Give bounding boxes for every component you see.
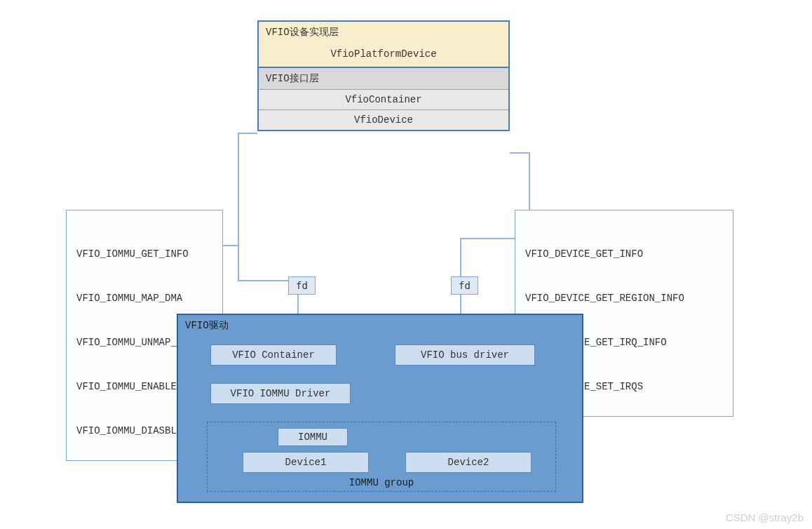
vfio-interface-item-container: VfioContainer xyxy=(259,90,508,110)
device1-box: Device1 xyxy=(243,452,369,473)
vfio-device-impl-layer: VFIO设备实现层 VfioPlatformDevice xyxy=(259,22,508,68)
fd-label-device: fd xyxy=(451,276,478,295)
device2-box: Device2 xyxy=(405,452,532,473)
iommu-box: IOMMU xyxy=(278,428,348,446)
watermark: CSDN @stray2b xyxy=(726,511,804,523)
fd-label-container: fd xyxy=(288,276,316,295)
vfio-device-impl-title: VFIO设备实现层 xyxy=(259,22,508,43)
vfio-interface-item-device: VfioDevice xyxy=(259,110,508,130)
vfio-interface-title: VFIO接口层 xyxy=(259,68,508,90)
vfio-container-box: VFIO Container xyxy=(210,344,337,366)
vfio-device-impl-item: VfioPlatformDevice xyxy=(259,43,508,67)
api-item: VFIO_DEVICE_GET_INFO xyxy=(525,247,723,262)
vfio-driver-title: VFIO驱动 xyxy=(178,315,582,336)
iommu-group-label: IOMMU group xyxy=(208,477,555,488)
vfio-bus-driver-box: VFIO bus driver xyxy=(395,344,535,366)
vfio-interface-layer: VFIO接口层 VfioContainer VfioDevice xyxy=(259,68,508,130)
api-item: VFIO_IOMMU_GET_INFO xyxy=(76,247,212,262)
api-item: VFIO_DEVICE_GET_REGION_INFO xyxy=(525,291,723,306)
api-item: VFIO_IOMMU_MAP_DMA xyxy=(76,291,212,306)
vfio-iommu-driver-box: VFIO IOMMU Driver xyxy=(210,383,351,404)
vfio-layers-stack: VFIO设备实现层 VfioPlatformDevice VFIO接口层 Vfi… xyxy=(257,20,510,131)
